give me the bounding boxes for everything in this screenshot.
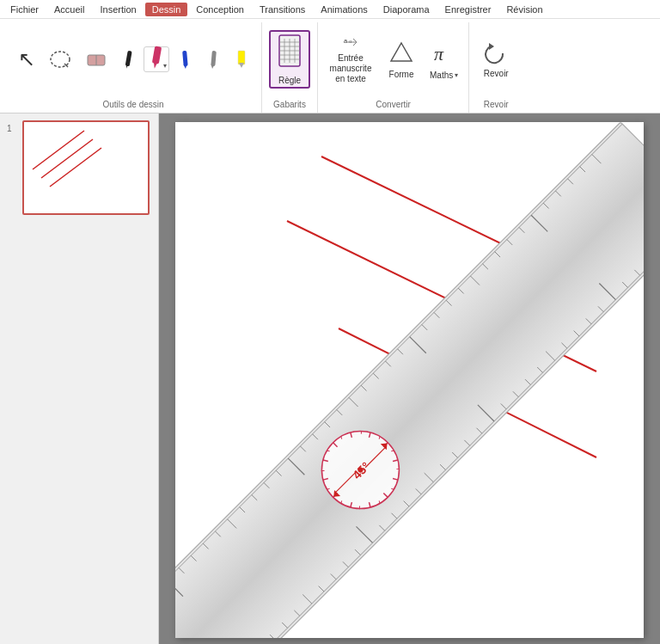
svg-line-115 (598, 306, 603, 311)
maths-icon: π (431, 40, 457, 71)
maths-tool[interactable]: π Maths ▾ (426, 36, 461, 83)
svg-line-59 (349, 397, 358, 407)
pen-red-tool[interactable]: ▾ (144, 46, 169, 72)
svg-line-68 (458, 288, 463, 293)
svg-line-139 (396, 468, 400, 471)
svg-line-102 (440, 464, 445, 469)
svg-line-74 (531, 215, 547, 231)
svg-line-31 (50, 148, 101, 187)
svg-line-136 (360, 431, 364, 434)
ribbon-group-convertir: a α Entrée manuscriteen texte Forme π (318, 22, 469, 113)
regle-icon (276, 34, 303, 74)
maths-dropdown-arrow[interactable]: ▾ (455, 71, 458, 79)
svg-line-148 (365, 447, 386, 468)
svg-line-118 (634, 270, 639, 275)
menu-accueil[interactable]: Accueil (47, 3, 91, 16)
regle-label: Règle (278, 76, 301, 86)
menu-conception[interactable]: Conception (189, 3, 251, 16)
svg-line-79 (592, 155, 602, 164)
menu-fichier[interactable]: Fichier (3, 3, 46, 16)
revoir-icon (482, 40, 510, 67)
svg-line-137 (378, 437, 381, 439)
menu-insertion[interactable]: Insertion (93, 3, 143, 16)
svg-marker-150 (381, 440, 390, 450)
svg-line-34 (339, 328, 596, 457)
svg-line-132 (333, 493, 338, 497)
forme-tool[interactable]: Forme (383, 30, 419, 89)
svg-line-44 (175, 580, 183, 597)
svg-line-126 (383, 443, 388, 447)
svg-marker-28 (489, 43, 494, 50)
svg-line-73 (519, 227, 524, 232)
pen-gray-tool[interactable] (200, 46, 226, 72)
entree-manuscrite-tool[interactable]: a α Entrée manuscriteen texte (325, 30, 376, 89)
svg-point-122 (306, 415, 415, 524)
cursor-tool[interactable]: ↖ (12, 30, 41, 89)
svg-line-66 (434, 312, 439, 317)
svg-line-124 (349, 432, 354, 438)
svg-line-117 (622, 282, 627, 287)
gabarits-tools: Règle (269, 22, 310, 96)
svg-line-123 (333, 443, 338, 447)
menu-revision[interactable]: Révision (499, 3, 549, 16)
svg-line-110 (537, 367, 542, 372)
cursor-icon: ↖ (18, 47, 35, 71)
svg-line-114 (586, 318, 591, 323)
maths-label-row: Maths ▾ (430, 71, 458, 80)
svg-line-128 (393, 476, 398, 481)
revoir-tools: Revoir (476, 22, 516, 96)
svg-line-97 (379, 525, 384, 531)
app-body: 1 (0, 113, 660, 644)
lasso-tool[interactable] (43, 30, 77, 89)
slide-thumbnail[interactable] (22, 120, 150, 215)
svg-line-112 (561, 343, 566, 348)
svg-rect-12 (238, 51, 245, 64)
lasso-icon (49, 48, 71, 71)
pen-blue-tool[interactable] (172, 46, 198, 72)
svg-line-51 (252, 495, 257, 500)
svg-line-52 (264, 482, 269, 488)
svg-line-58 (337, 410, 342, 415)
svg-line-142 (358, 506, 362, 509)
svg-line-46 (191, 555, 196, 561)
ribbon-group-outils-dessin: ↖ (5, 22, 262, 113)
svg-line-55 (300, 446, 305, 451)
regle-tool[interactable]: Règle (269, 30, 310, 89)
svg-line-100 (416, 488, 421, 494)
svg-line-109 (525, 379, 530, 384)
svg-line-130 (367, 502, 372, 507)
menu-transitions[interactable]: Transitions (253, 3, 312, 16)
highlighter-tool[interactable] (229, 46, 254, 72)
highlighter-icon (231, 49, 252, 70)
menu-diaporama[interactable]: Diaporama (376, 3, 437, 16)
svg-line-57 (325, 422, 330, 427)
ribbon-group-gabarits: Règle Gabarits (262, 22, 318, 113)
eraser-tool[interactable] (79, 30, 113, 89)
svg-line-141 (378, 500, 381, 503)
svg-line-91 (302, 595, 312, 604)
svg-line-61 (373, 373, 378, 378)
svg-line-107 (501, 403, 506, 408)
pen-black-tool[interactable] (115, 46, 141, 72)
menu-animations[interactable]: Animations (314, 3, 374, 16)
svg-line-94 (343, 561, 348, 567)
slide-number: 1 (7, 124, 17, 133)
menu-enregistrer[interactable]: Enregistrer (438, 3, 498, 16)
svg-line-88 (270, 635, 275, 638)
svg-line-76 (555, 191, 560, 196)
svg-line-147 (335, 472, 356, 493)
svg-line-104 (464, 440, 469, 445)
svg-point-151 (357, 466, 364, 473)
slide-canvas[interactable]: 45° (175, 122, 644, 638)
menu-dessin[interactable]: Dessin (145, 3, 188, 16)
svg-text:π: π (434, 43, 444, 64)
svg-line-108 (513, 391, 518, 396)
revoir-tool[interactable]: Revoir (476, 30, 516, 89)
pen-dropdown-arrow[interactable]: ▾ (163, 62, 167, 70)
svg-line-67 (446, 300, 451, 305)
svg-line-60 (361, 385, 366, 390)
svg-rect-4 (125, 51, 132, 67)
svg-line-37 (175, 208, 644, 638)
svg-line-106 (478, 405, 494, 421)
ribbon-group-revoir: Revoir Revoir (469, 22, 522, 113)
